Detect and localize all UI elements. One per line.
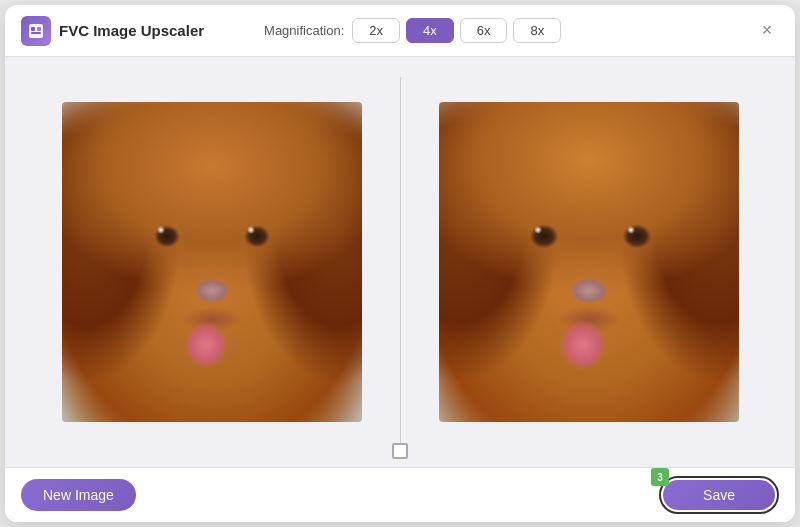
logo-area: FVC Image Upscaler <box>21 16 204 46</box>
magnification-buttons: 2x 4x 6x 8x <box>352 18 561 43</box>
magnification-label: Magnification: <box>264 23 344 38</box>
magnification-area: Magnification: 2x 4x 6x 8x <box>264 18 561 43</box>
app-title: FVC Image Upscaler <box>59 22 204 39</box>
close-button[interactable]: × <box>755 19 779 43</box>
save-area: 3 Save <box>659 476 779 514</box>
upscaled-image-panel <box>402 102 775 422</box>
upscaled-dog-image <box>439 102 739 422</box>
upscaled-image-box <box>439 102 739 422</box>
svg-rect-0 <box>29 24 43 38</box>
divider-area <box>398 77 402 447</box>
scroll-handle[interactable] <box>392 443 408 459</box>
mag-2x-button[interactable]: 2x <box>352 18 400 43</box>
mag-8x-button[interactable]: 8x <box>513 18 561 43</box>
content-area <box>5 57 795 467</box>
save-badge: 3 <box>651 468 669 486</box>
svg-rect-1 <box>31 27 35 31</box>
app-window: FVC Image Upscaler Magnification: 2x 4x … <box>5 5 795 522</box>
scroll-handle-area[interactable] <box>392 443 408 459</box>
app-header: FVC Image Upscaler Magnification: 2x 4x … <box>5 5 795 57</box>
divider-line <box>400 77 401 447</box>
original-image-panel <box>25 102 398 422</box>
app-footer: New Image 3 Save <box>5 467 795 522</box>
original-image-box <box>62 102 362 422</box>
mag-6x-button[interactable]: 6x <box>460 18 508 43</box>
new-image-button[interactable]: New Image <box>21 479 136 511</box>
original-dog-image <box>62 102 362 422</box>
save-button-wrapper: Save <box>659 476 779 514</box>
mag-4x-button[interactable]: 4x <box>406 18 454 43</box>
svg-rect-3 <box>31 32 41 34</box>
app-logo-icon <box>21 16 51 46</box>
svg-rect-2 <box>37 27 41 31</box>
save-button[interactable]: Save <box>663 480 775 510</box>
